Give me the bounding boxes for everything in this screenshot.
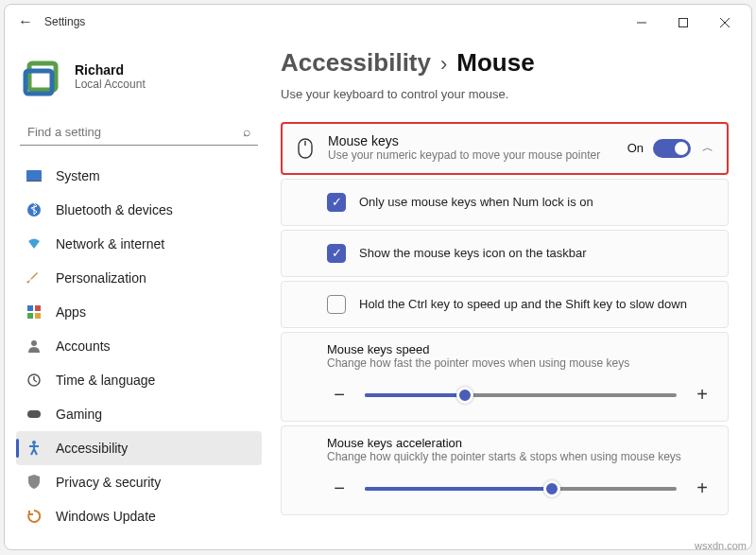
avatar <box>20 54 65 99</box>
svg-rect-15 <box>27 410 41 418</box>
nav-label: Bluetooth & devices <box>56 202 173 217</box>
window-title: Settings <box>44 15 85 28</box>
mouse-keys-title: Mouse keys <box>328 133 627 148</box>
accel-title: Mouse keys acceleration <box>327 436 714 450</box>
nav-label: Personalization <box>56 270 146 286</box>
nav-apps[interactable]: Apps <box>16 295 262 329</box>
person-icon <box>26 338 43 355</box>
bluetooth-icon <box>26 201 43 218</box>
close-button[interactable] <box>704 8 746 36</box>
accessibility-icon <box>26 440 43 457</box>
speed-slider[interactable] <box>365 393 677 397</box>
page-description: Use your keyboard to control your mouse. <box>281 87 729 101</box>
nav-privacy[interactable]: Privacy & security <box>16 465 262 499</box>
speed-minus-button[interactable]: − <box>327 383 352 408</box>
breadcrumb: Accessibility › Mouse <box>281 48 729 78</box>
svg-rect-7 <box>26 181 42 182</box>
svg-rect-6 <box>26 170 42 181</box>
svg-point-13 <box>31 340 37 346</box>
back-button[interactable]: ← <box>10 13 41 30</box>
speed-title: Mouse keys speed <box>327 342 714 356</box>
chevron-right-icon: › <box>440 52 447 77</box>
option-label: Only use mouse keys when Num lock is on <box>359 195 593 209</box>
profile-block[interactable]: Richard Local Account <box>16 46 262 118</box>
minimize-button[interactable] <box>621 8 662 36</box>
mouse-icon <box>296 139 315 158</box>
checkbox-ctrlshift[interactable] <box>327 295 346 314</box>
checkbox-taskbar[interactable]: ✓ <box>327 244 346 263</box>
main-panel: Accessibility › Mouse Use your keyboard … <box>269 39 751 549</box>
nav-update[interactable]: Windows Update <box>16 499 262 533</box>
update-icon <box>26 508 43 525</box>
nav-network[interactable]: Network & internet <box>16 227 262 261</box>
accel-block: Mouse keys acceleration Change how quick… <box>281 425 729 515</box>
nav-accounts[interactable]: Accounts <box>16 329 262 363</box>
checkbox-numlock[interactable]: ✓ <box>327 193 346 212</box>
nav-label: Network & internet <box>56 236 164 251</box>
svg-rect-1 <box>679 18 688 26</box>
search-icon: ⌕ <box>243 124 250 139</box>
nav-system[interactable]: System <box>16 159 262 193</box>
svg-point-16 <box>32 441 36 444</box>
accel-minus-button[interactable]: − <box>327 477 352 501</box>
system-icon <box>26 167 43 184</box>
option-ctrlshift[interactable]: Hold the Ctrl key to speed up and the Sh… <box>281 281 729 328</box>
option-label: Show the mouse keys icon on the taskbar <box>359 246 587 260</box>
search-box[interactable]: ⌕ <box>20 118 258 146</box>
nav-label: Privacy & security <box>56 475 161 490</box>
nav-bluetooth[interactable]: Bluetooth & devices <box>16 193 262 227</box>
option-label: Hold the Ctrl key to speed up and the Sh… <box>359 297 687 311</box>
nav-gaming[interactable]: Gaming <box>16 397 262 431</box>
nav-label: Apps <box>56 304 86 320</box>
clock-icon <box>26 372 43 389</box>
chevron-up-icon[interactable]: ︿ <box>702 140 713 156</box>
search-input[interactable] <box>27 125 243 139</box>
nav-list: System Bluetooth & devices Network & int… <box>16 159 262 533</box>
option-taskbar[interactable]: ✓ Show the mouse keys icon on the taskba… <box>281 230 729 277</box>
svg-rect-12 <box>35 313 41 319</box>
mouse-keys-state: On <box>627 141 644 155</box>
nav-accessibility[interactable]: Accessibility <box>16 431 262 465</box>
gamepad-icon <box>26 406 43 423</box>
accel-plus-button[interactable]: + <box>690 477 714 501</box>
wifi-icon <box>26 235 43 252</box>
watermark: wsxdn.com <box>695 540 747 551</box>
mouse-keys-toggle[interactable] <box>653 139 691 158</box>
nav-label: Gaming <box>56 407 102 422</box>
accel-sub: Change how quickly the pointer starts & … <box>327 450 714 463</box>
nav-label: Windows Update <box>56 509 156 524</box>
nav-personalization[interactable]: Personalization <box>16 261 262 295</box>
nav-label: Accounts <box>56 338 111 354</box>
mouse-keys-card: Mouse keys Use your numeric keypad to mo… <box>281 122 729 175</box>
breadcrumb-current: Mouse <box>456 48 534 78</box>
svg-rect-11 <box>27 313 33 319</box>
profile-sub: Local Account <box>75 78 146 91</box>
speed-plus-button[interactable]: + <box>690 383 714 408</box>
breadcrumb-parent[interactable]: Accessibility <box>281 48 431 78</box>
titlebar: ← Settings <box>5 5 751 39</box>
nav-label: Accessibility <box>56 441 128 456</box>
speed-sub: Change how fast the pointer moves when u… <box>327 356 714 370</box>
speed-block: Mouse keys speed Change how fast the poi… <box>281 332 729 422</box>
brush-icon <box>26 269 43 286</box>
maximize-button[interactable] <box>662 8 704 36</box>
nav-label: Time & language <box>56 373 155 388</box>
mouse-keys-sub: Use your numeric keypad to move your mou… <box>328 148 627 164</box>
sidebar: Richard Local Account ⌕ System Bluetooth… <box>5 39 269 549</box>
apps-icon <box>26 304 43 321</box>
accel-slider[interactable] <box>365 487 677 491</box>
nav-time[interactable]: Time & language <box>16 363 262 397</box>
svg-rect-10 <box>35 305 41 311</box>
shield-icon <box>26 474 43 491</box>
settings-window: ← Settings Richard Local Account ⌕ <box>4 4 752 550</box>
nav-label: System <box>56 168 100 183</box>
svg-rect-9 <box>27 305 33 311</box>
option-numlock[interactable]: ✓ Only use mouse keys when Num lock is o… <box>281 179 729 226</box>
profile-name: Richard <box>75 62 146 78</box>
